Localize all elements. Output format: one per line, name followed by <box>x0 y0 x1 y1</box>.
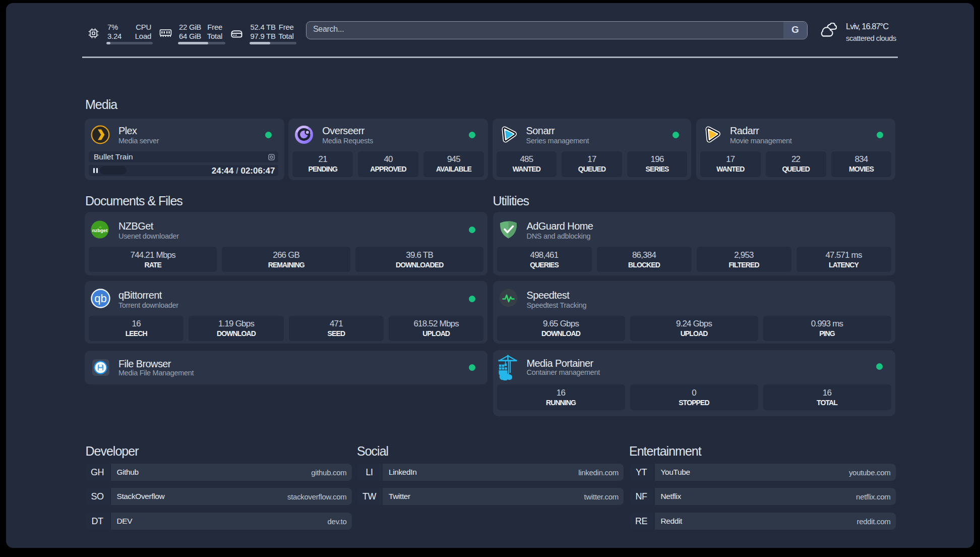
svg-text:qb: qb <box>94 292 106 305</box>
svg-text:nzbget: nzbget <box>92 228 108 233</box>
